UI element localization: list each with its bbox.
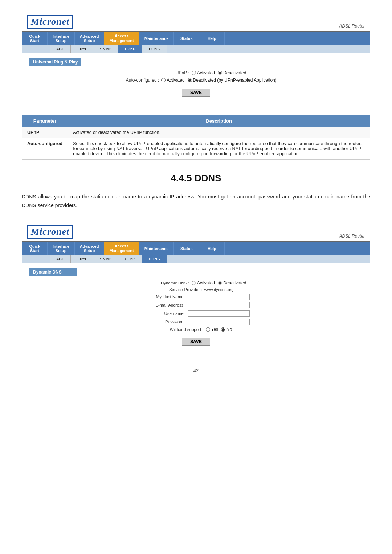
wildcard-label: Wildcard support :: [160, 327, 204, 332]
wildcard-no-option[interactable]: No: [221, 327, 232, 332]
upnp-label: UPnP :: [146, 70, 189, 75]
subtab-upnp[interactable]: UPnP: [118, 45, 142, 53]
save-button-1[interactable]: SAVE: [182, 89, 210, 97]
param-upnp: UPnP: [22, 127, 68, 138]
page-number: 42: [22, 368, 370, 373]
service-provider-label: Service Provider :: [159, 287, 202, 292]
table-row: Auto-configured Select this check box to…: [22, 138, 370, 160]
auto-deactivated-option[interactable]: Deactivated (by UPnP-enabled Application…: [188, 78, 277, 83]
email-row: E-mail Address :: [29, 302, 363, 308]
subtab-ddns[interactable]: DDNS: [142, 45, 167, 53]
table-row: UPnP Activated or deactivated the UPnP f…: [22, 127, 370, 138]
upnp-radio-group: Activated Deactivated: [192, 70, 246, 75]
nav2-quick-start[interactable]: Quick Start: [22, 242, 48, 255]
auto-deactivated-label: Deactivated (by UPnP-enabled Application…: [193, 78, 277, 83]
nav-access-management[interactable]: Access Management: [104, 32, 139, 45]
micronet-logo: Micronet: [27, 15, 73, 29]
service-provider-value: www.dyndns.org: [204, 287, 234, 292]
username-label: Username :: [142, 311, 186, 316]
desc-auto: Select this check box to allow UPnP-enab…: [68, 138, 370, 160]
upnp-deactivated-option[interactable]: Deactivated: [218, 70, 246, 75]
upnp-activated-radio[interactable]: [192, 71, 196, 75]
subtab-acl[interactable]: ACL: [50, 45, 71, 53]
nav-interface-setup[interactable]: Interface Setup: [48, 32, 75, 45]
section-heading-ddns: 4.4.5 DDNS: [22, 173, 370, 184]
nav-bar: Quick Start Interface Setup Advanced Set…: [22, 32, 370, 45]
nav2-status[interactable]: Status: [174, 242, 199, 255]
upnp-activated-option[interactable]: Activated: [192, 70, 215, 75]
desc-upnp: Activated or deactivated the UPnP functi…: [68, 127, 370, 138]
wildcard-row: Wildcard support : Yes No: [29, 327, 363, 332]
ddns-activated-option[interactable]: Activated: [192, 280, 215, 286]
sub-nav-1: ACL Filter SNMP UPnP DDNS: [22, 45, 370, 53]
sub-nav-2: ACL Filter SNMP UPnP DDNS: [22, 255, 370, 263]
wildcard-no-radio[interactable]: [221, 327, 225, 332]
panel2-header: Micronet ADSL Router: [22, 221, 370, 242]
subtab2-snmp[interactable]: SNMP: [93, 255, 118, 263]
username-row: Username :: [29, 310, 363, 317]
service-provider-row: Service Provider : www.dyndns.org: [29, 287, 363, 292]
host-name-label: My Host Name :: [142, 295, 186, 299]
subtab2-filter[interactable]: Filter: [71, 255, 93, 263]
host-name-input[interactable]: [188, 294, 250, 300]
auto-label: Auto-configured :: [115, 78, 159, 83]
subtab2-ddns[interactable]: DDNS: [142, 255, 167, 263]
save-row-1: SAVE: [29, 89, 363, 99]
dynamic-dns-label: Dynamic DNS :: [146, 281, 189, 285]
upnp-panel: Micronet ADSL Router Quick Start Interfa…: [22, 11, 370, 104]
param-auto: Auto-configured: [22, 138, 68, 160]
adsl-router-label-2: ADSL Router: [339, 234, 365, 239]
upnp-row: UPnP : Activated Deactivated: [29, 70, 363, 75]
nav-maintenance[interactable]: Maintenance: [139, 32, 174, 45]
panel1-header: Micronet ADSL Router: [22, 11, 370, 32]
table-header-description: Description: [68, 115, 370, 127]
nav-bar-2: Quick Start Interface Setup Advanced Set…: [22, 242, 370, 255]
wildcard-radio-group: Yes No: [206, 327, 232, 332]
nav2-help[interactable]: Help: [199, 242, 225, 255]
ddns-section-title: Dynamic DNS: [29, 268, 77, 276]
nav-quick-start[interactable]: Quick Start: [22, 32, 48, 45]
micronet-logo-2: Micronet: [27, 225, 73, 239]
password-label: Password :: [142, 320, 186, 324]
wildcard-no-label: No: [226, 327, 232, 332]
subtab2-upnp[interactable]: UPnP: [118, 255, 142, 263]
nav-status[interactable]: Status: [174, 32, 199, 45]
save-button-2[interactable]: SAVE: [182, 338, 210, 346]
subtab2-acl[interactable]: ACL: [50, 255, 71, 263]
wildcard-yes-radio[interactable]: [206, 327, 210, 332]
upnp-deactivated-radio[interactable]: [218, 71, 222, 75]
host-name-row: My Host Name :: [29, 294, 363, 300]
auto-activated-option[interactable]: Activated: [161, 78, 184, 83]
ddns-dns-row: Dynamic DNS : Activated Deactivated: [29, 280, 363, 286]
upnp-activated-label: Activated: [197, 70, 215, 75]
password-row: Password :: [29, 319, 363, 325]
username-input[interactable]: [188, 310, 250, 317]
save-row-2: SAVE: [29, 338, 363, 348]
nav-help[interactable]: Help: [199, 32, 225, 45]
ddns-activated-radio[interactable]: [192, 281, 196, 285]
upnp-section-title: Universal Plug & Play: [29, 58, 81, 66]
nav-advanced-setup[interactable]: Advanced Setup: [75, 32, 105, 45]
wildcard-yes-option[interactable]: Yes: [206, 327, 219, 332]
ddns-activated-label: Activated: [197, 280, 215, 286]
panel2-content: Dynamic DNS Dynamic DNS : Activated Deac…: [22, 263, 370, 353]
ddns-body-text: DDNS allows you to map the static domain…: [22, 193, 370, 210]
auto-activated-radio[interactable]: [161, 78, 166, 82]
subtab-filter[interactable]: Filter: [71, 45, 93, 53]
auto-deactivated-radio[interactable]: [188, 78, 192, 82]
email-input[interactable]: [188, 302, 250, 308]
auto-configured-row: Auto-configured : Activated Deactivated …: [29, 78, 363, 83]
password-input[interactable]: [188, 319, 250, 325]
upnp-deactivated-label: Deactivated: [223, 70, 246, 75]
panel1-content: Universal Plug & Play UPnP : Activated D…: [22, 53, 370, 104]
nav2-maintenance[interactable]: Maintenance: [139, 242, 174, 255]
nav2-access-management[interactable]: Access Management: [104, 242, 139, 255]
ddns-deactivated-radio[interactable]: [218, 281, 222, 285]
ddns-radio-group: Activated Deactivated: [192, 280, 246, 286]
nav2-advanced-setup[interactable]: Advanced Setup: [75, 242, 105, 255]
ddns-deactivated-option[interactable]: Deactivated: [218, 280, 246, 286]
email-label: E-mail Address :: [142, 303, 186, 307]
nav2-interface-setup[interactable]: Interface Setup: [48, 242, 75, 255]
subtab-snmp[interactable]: SNMP: [93, 45, 118, 53]
ddns-panel: Micronet ADSL Router Quick Start Interfa…: [22, 221, 370, 353]
